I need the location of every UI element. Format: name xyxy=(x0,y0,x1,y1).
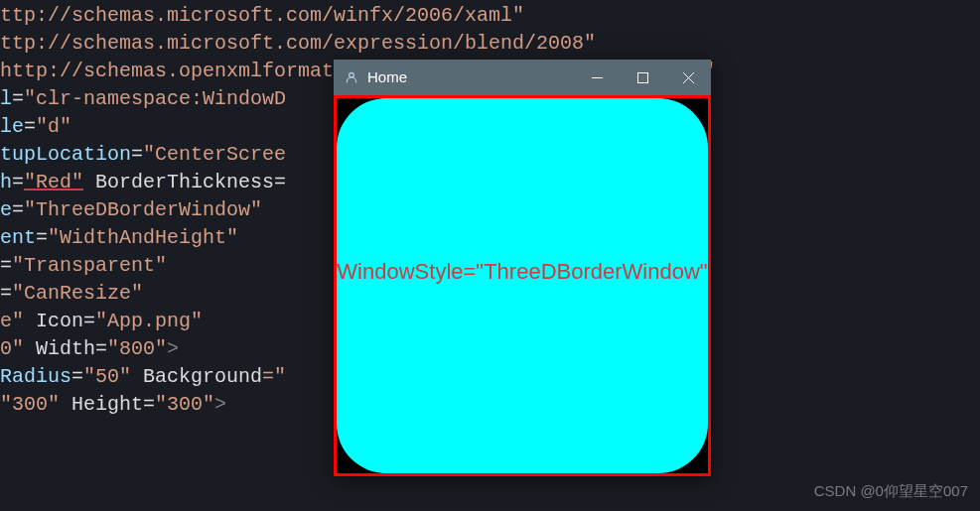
app-icon xyxy=(344,69,359,85)
svg-point-0 xyxy=(350,72,354,77)
code-text: "Red" xyxy=(24,171,83,193)
code-text: l xyxy=(0,87,12,110)
close-button[interactable] xyxy=(665,60,711,95)
code-text: "WidthAndHeight" xyxy=(48,226,238,249)
code-text: "ThreeDBorderWindow" xyxy=(24,198,262,221)
code-text: "Transparent" xyxy=(12,254,167,277)
code-text: > xyxy=(167,337,179,360)
code-text: h xyxy=(0,171,12,193)
code-text: "CenterScree xyxy=(143,143,286,166)
window-client-area xyxy=(334,95,711,476)
code-text: ttp://schemas.microsoft.com/expression/b… xyxy=(0,32,596,55)
svg-rect-2 xyxy=(637,72,647,82)
code-text: "clr-namespace:WindowD xyxy=(24,87,286,110)
windowstyle-label: WindowStyle="ThreeDBorderWindow" xyxy=(334,258,711,286)
maximize-button[interactable] xyxy=(620,60,665,95)
code-text: "300" xyxy=(155,393,214,416)
code-text: Radius xyxy=(0,365,71,388)
code-text: e" xyxy=(0,310,24,332)
code-text: > xyxy=(214,393,226,416)
code-text: le xyxy=(0,115,24,138)
code-text: =" xyxy=(262,365,286,388)
window-controls xyxy=(574,60,711,95)
code-text: "50" xyxy=(83,365,131,388)
code-text: "App.png" xyxy=(95,310,203,332)
code-text: Icon xyxy=(24,310,83,332)
code-text: "800" xyxy=(107,337,167,360)
code-text: e xyxy=(0,198,12,221)
titlebar[interactable]: Home xyxy=(334,60,711,95)
rounded-border-shape xyxy=(337,98,708,473)
minimize-button[interactable] xyxy=(574,60,620,95)
code-text: Background xyxy=(131,365,262,388)
wpf-window: Home WindowStyle="ThreeDBorderWindow" xyxy=(334,60,711,476)
watermark: CSDN @0仰望星空007 xyxy=(814,477,968,505)
code-text: Width xyxy=(24,337,95,360)
code-text: "d" xyxy=(36,115,71,138)
code-text: BorderThickness xyxy=(83,171,274,193)
code-text: "CanResize" xyxy=(12,282,143,305)
window-title: Home xyxy=(367,64,574,91)
code-text: 0" xyxy=(0,337,24,360)
code-text: ent xyxy=(0,226,36,249)
code-text: tupLocation xyxy=(0,143,131,166)
code-text: "300" xyxy=(0,393,60,416)
code-text: ttp://schemas.microsoft.com/winfx/2006/x… xyxy=(0,4,524,27)
code-text: Height xyxy=(60,393,143,416)
